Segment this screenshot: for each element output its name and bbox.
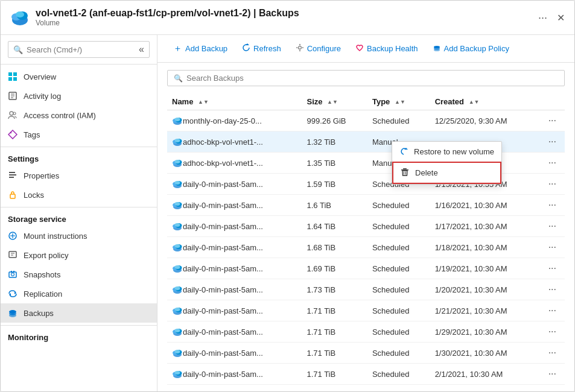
- table-row: daily-0-min-past-5am... 1.68 TiB Schedul…: [167, 237, 565, 258]
- sidebar-item-overview[interactable]: Overview: [1, 67, 157, 86]
- sidebar-item-snapshots[interactable]: Snapshots: [1, 265, 157, 284]
- row-more-cell: ···: [540, 174, 565, 195]
- search-backups-bar[interactable]: 🔍: [167, 70, 565, 86]
- sidebar-item-locks[interactable]: Locks: [1, 185, 157, 204]
- type-sort-icon[interactable]: ▲▼: [395, 100, 405, 104]
- sidebar-item-export-policy[interactable]: Export policy: [1, 245, 157, 265]
- sidebar-item-access-control[interactable]: Access control (IAM): [1, 106, 157, 125]
- delete-icon: [401, 168, 409, 178]
- row-created: 1/20/2021, 10:30 AM: [430, 279, 540, 300]
- monitoring-section-header: Monitoring: [1, 325, 157, 344]
- svg-rect-5: [13, 72, 17, 76]
- svg-point-46: [175, 139, 180, 142]
- row-more-button[interactable]: ···: [545, 304, 560, 317]
- table-header-row: Name ▲▼ Size ▲▼ Type ▲▼: [167, 93, 565, 110]
- svg-point-74: [175, 286, 180, 290]
- replication-icon: [8, 289, 17, 299]
- title-text: vol-vnet1-2 (anf-euap-fst1/cp-prem/vol-v…: [36, 8, 538, 27]
- sidebar-item-mount-instructions[interactable]: Mount instructions: [1, 226, 157, 245]
- close-button[interactable]: ✕: [557, 12, 565, 24]
- row-more-button[interactable]: ···: [545, 346, 560, 359]
- search-backups-input[interactable]: [186, 74, 558, 83]
- sidebar-item-backups[interactable]: Backups: [1, 303, 157, 323]
- size-sort-icon[interactable]: ▲▼: [327, 100, 338, 104]
- configure-label: Configure: [307, 44, 341, 53]
- row-more-button[interactable]: ···: [545, 156, 560, 169]
- collapse-sidebar-button[interactable]: «: [139, 44, 144, 55]
- row-name: daily-0-min-past-5am...: [183, 285, 263, 294]
- row-name: daily-0-min-past-5am...: [183, 201, 263, 210]
- row-more-cell: ···: [540, 258, 565, 279]
- delete-label: Delete: [415, 168, 438, 177]
- row-created: 1/19/2021, 10:30 AM: [430, 258, 540, 279]
- delete-button[interactable]: Delete: [392, 162, 501, 184]
- sidebar-item-tags[interactable]: Tags: [1, 125, 157, 144]
- row-more-cell: ···: [540, 364, 565, 385]
- row-size: 999.26 GiB: [302, 110, 367, 131]
- add-backup-policy-button[interactable]: Add Backup Policy: [427, 40, 515, 57]
- row-cloud-icon: [172, 347, 183, 359]
- restore-to-new-volume-button[interactable]: Restore to new volume: [392, 142, 501, 162]
- svg-rect-16: [9, 177, 14, 178]
- col-size: Size ▲▼: [302, 93, 367, 110]
- row-more-button[interactable]: ···: [545, 325, 560, 338]
- svg-rect-6: [8, 77, 12, 81]
- backups-table: Name ▲▼ Size ▲▼ Type ▲▼: [167, 93, 565, 385]
- row-more-button[interactable]: ···: [545, 367, 560, 381]
- table-row: daily-0-min-past-5am... 1.64 TiB Schedul…: [167, 216, 565, 237]
- table-row: daily-0-min-past-5am... 1.59 TiB Schedul…: [167, 174, 565, 195]
- restore-label: Restore to new volume: [414, 147, 494, 156]
- col-created: Created ▲▼: [430, 93, 540, 110]
- row-name: daily-0-min-past-5am...: [183, 180, 263, 189]
- table-search-icon: 🔍: [174, 74, 183, 83]
- refresh-button[interactable]: Refresh: [236, 40, 287, 57]
- export-icon: [8, 250, 17, 260]
- svg-rect-18: [10, 194, 15, 198]
- sidebar-item-replication[interactable]: Replication: [1, 284, 157, 303]
- row-type: Scheduled: [367, 364, 430, 385]
- row-type: Scheduled: [367, 110, 430, 131]
- row-more-button[interactable]: ···: [545, 262, 560, 275]
- svg-point-35: [298, 46, 301, 49]
- row-more-cell: ···: [540, 216, 565, 237]
- row-type: Scheduled: [367, 216, 430, 237]
- main-window: vol-vnet1-2 (anf-euap-fst1/cp-prem/vol-v…: [0, 0, 575, 392]
- refresh-icon: [242, 43, 250, 54]
- svg-rect-4: [8, 72, 12, 76]
- row-more-button[interactable]: ···: [545, 241, 560, 254]
- row-cloud-icon: [172, 157, 183, 169]
- anf-logo-icon: [10, 8, 30, 27]
- sidebar-item-activity-log[interactable]: Activity log: [1, 86, 157, 106]
- created-sort-icon[interactable]: ▲▼: [469, 100, 480, 104]
- row-more-button[interactable]: ···: [545, 220, 560, 233]
- row-type: Scheduled: [367, 279, 430, 300]
- row-created: 1/30/2021, 10:30 AM: [430, 343, 540, 364]
- row-more-button[interactable]: ···: [545, 283, 560, 296]
- window-subtitle: Volume: [36, 19, 538, 27]
- sidebar-item-snapshots-label: Snapshots: [24, 270, 60, 279]
- sidebar-search-input[interactable]: [27, 45, 134, 54]
- sidebar-item-properties[interactable]: Properties: [1, 166, 157, 185]
- row-name: daily-0-min-past-5am...: [183, 327, 263, 337]
- row-type: Scheduled: [367, 258, 430, 279]
- row-size: 1.69 TiB: [302, 258, 367, 279]
- row-more-button[interactable]: ···: [545, 114, 560, 127]
- svg-point-66: [175, 244, 180, 248]
- row-cloud-icon: [172, 178, 183, 191]
- sidebar-search-box[interactable]: 🔍 «: [8, 41, 150, 58]
- sidebar-item-locks-label: Locks: [24, 191, 44, 200]
- main-layout: 🔍 « Overview Activity log: [1, 35, 574, 391]
- row-more-button[interactable]: ···: [545, 135, 560, 148]
- row-cloud-icon: [172, 115, 183, 127]
- row-more-button[interactable]: ···: [545, 198, 560, 212]
- add-backup-button[interactable]: ＋ Add Backup: [167, 40, 233, 57]
- name-sort-icon[interactable]: ▲▼: [198, 100, 209, 104]
- row-more-cell: ···: [540, 131, 565, 153]
- window-title: vol-vnet1-2 (anf-euap-fst1/cp-prem/vol-v…: [36, 8, 538, 19]
- row-more-button[interactable]: ···: [545, 177, 560, 191]
- configure-button[interactable]: Configure: [290, 40, 347, 57]
- row-cloud-icon: [172, 305, 183, 317]
- more-options-button[interactable]: ···: [538, 11, 547, 24]
- svg-rect-15: [9, 174, 16, 175]
- backup-health-button[interactable]: Backup Health: [349, 40, 424, 57]
